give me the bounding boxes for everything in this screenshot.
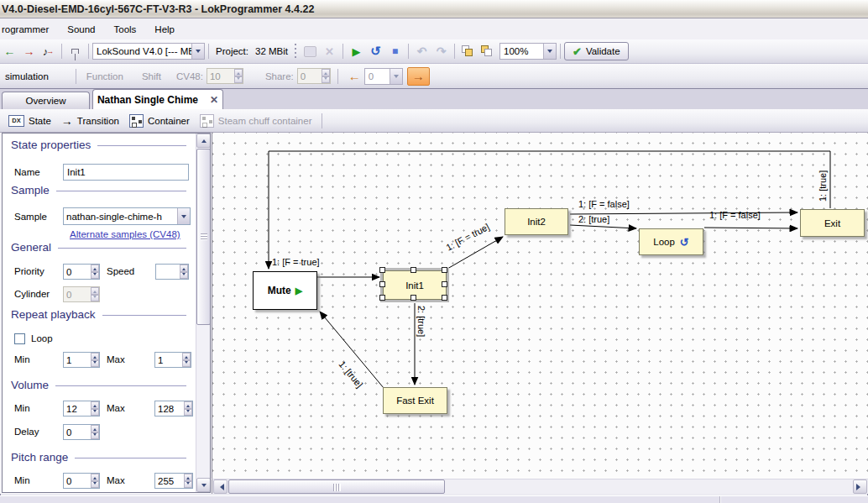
spin-down-button[interactable] <box>91 481 99 489</box>
validate-button[interactable]: ✔ Validate <box>564 42 629 60</box>
spin-up-button[interactable] <box>182 353 191 360</box>
volume-min-spinner[interactable] <box>63 401 100 417</box>
disabled-tool-button[interactable] <box>301 42 320 60</box>
menu-help[interactable]: Help <box>145 22 184 37</box>
alternate-samples-link[interactable]: Alternate samples (CV48) <box>70 229 180 239</box>
pitch-min-spinner[interactable] <box>63 473 100 489</box>
title-bar[interactable]: V4.0-Diesel-EMD-16cyl-567C-FT-V3-R3 - Lo… <box>0 0 868 18</box>
programmer-connection-button[interactable] <box>65 42 85 60</box>
spin-up-button[interactable] <box>91 425 99 432</box>
sample-select[interactable]: nathan-single-chime-h <box>63 207 191 225</box>
add-container-button[interactable]: Container <box>126 114 193 128</box>
spin-down-button[interactable] <box>182 360 191 368</box>
chevron-down-icon[interactable] <box>191 44 204 59</box>
state-node-init1[interactable]: Init1 <box>383 270 447 300</box>
send-backward-button[interactable] <box>478 42 497 60</box>
chevron-down-icon[interactable] <box>390 69 402 84</box>
scroll-left-button[interactable] <box>213 479 227 494</box>
step-combo[interactable]: 0 <box>364 68 403 85</box>
state-node-loop[interactable]: Loop↺ <box>639 228 703 255</box>
repeat-min-input[interactable] <box>64 353 91 367</box>
chevron-down-icon[interactable] <box>543 44 556 59</box>
share-input[interactable] <box>298 69 322 83</box>
repeat-min-spinner[interactable] <box>63 352 100 368</box>
selection-handle[interactable] <box>379 267 385 273</box>
cv48-input[interactable] <box>207 69 234 83</box>
step-back-button[interactable]: ← <box>345 67 364 86</box>
spin-up-button[interactable] <box>180 265 188 272</box>
spin-down-button[interactable] <box>322 76 330 84</box>
diagram-canvas[interactable]: 1: [F = true]1: [F = true]2: [true]1: [t… <box>212 133 868 479</box>
spin-down-button[interactable] <box>91 409 99 417</box>
pitch-max-input[interactable] <box>155 474 184 488</box>
spin-down-button[interactable] <box>91 272 99 280</box>
transition-edge-init2-loop[interactable] <box>570 225 636 228</box>
spin-down-button[interactable] <box>184 481 192 489</box>
delay-spinner[interactable] <box>63 424 100 440</box>
priority-input[interactable] <box>64 265 91 279</box>
menu-tools[interactable]: Tools <box>105 22 146 37</box>
spin-down-button[interactable] <box>91 360 99 368</box>
menu-sound[interactable]: Sound <box>58 22 104 37</box>
undo-button[interactable]: ↶ <box>412 42 431 60</box>
tab-nathan-single-chime[interactable]: Nathan Single Chime ✕ <box>92 89 223 109</box>
delay-input[interactable] <box>64 425 91 439</box>
write-sound-button[interactable]: ♪→ <box>39 42 58 60</box>
volume-max-spinner[interactable] <box>154 401 193 417</box>
canvas-h-scrollbar[interactable] <box>212 479 868 494</box>
add-steam-chuff-container-button[interactable]: Steam chuff container <box>196 114 316 128</box>
selection-handle[interactable] <box>442 281 447 287</box>
spin-down-button[interactable] <box>180 272 188 280</box>
state-node-exit[interactable]: Exit <box>800 209 865 237</box>
pitch-max-spinner[interactable] <box>154 473 193 489</box>
scroll-right-button[interactable] <box>853 479 867 494</box>
stop-simulation-button[interactable]: ■ <box>385 42 405 60</box>
delete-button[interactable]: ✕ <box>320 42 339 60</box>
selection-handle[interactable] <box>442 295 447 301</box>
spin-down-button[interactable] <box>184 409 192 417</box>
speed-input[interactable] <box>156 265 180 279</box>
chevron-down-icon[interactable] <box>177 208 190 224</box>
selection-handle[interactable] <box>379 295 385 301</box>
step-forward-button[interactable]: → <box>407 67 430 86</box>
scrollbar-thumb[interactable] <box>196 149 211 325</box>
state-node-mute[interactable]: Mute▶ <box>253 271 317 310</box>
spin-up-button[interactable] <box>91 401 99 409</box>
bring-forward-button[interactable] <box>458 42 478 60</box>
play-simulation-button[interactable]: ▶ <box>347 42 366 60</box>
scrollbar-thumb[interactable] <box>228 479 445 494</box>
spin-up-button[interactable] <box>234 69 243 76</box>
state-node-fast-exit[interactable]: Fast Exit <box>383 387 447 414</box>
share-spinner[interactable] <box>297 68 331 84</box>
transition-edge-loop-exit[interactable] <box>704 228 797 228</box>
spin-down-button[interactable] <box>91 432 99 440</box>
spin-up-button[interactable] <box>91 474 99 481</box>
loop-simulation-button[interactable]: ↺ <box>366 42 385 60</box>
repeat-max-input[interactable] <box>155 353 182 367</box>
decoder-type-combo[interactable]: LokSound V4.0 [--- MBit] <box>92 43 205 60</box>
close-tab-icon[interactable]: ✕ <box>210 94 218 106</box>
add-state-button[interactable]: DX State <box>5 115 55 127</box>
zoom-combo[interactable]: 100% <box>499 43 557 60</box>
selection-handle[interactable] <box>442 267 447 273</box>
spin-up-button[interactable] <box>91 353 99 360</box>
spin-up-button[interactable] <box>184 474 192 481</box>
repeat-max-spinner[interactable] <box>154 352 191 368</box>
selection-handle[interactable] <box>410 295 416 301</box>
read-from-decoder-button[interactable]: ← <box>0 42 19 60</box>
selection-handle[interactable] <box>410 267 416 273</box>
name-input[interactable] <box>63 164 189 181</box>
panel-scrollbar[interactable] <box>196 134 210 492</box>
volume-min-input[interactable] <box>64 401 91 416</box>
add-transition-button[interactable]: → Transition <box>58 114 123 128</box>
state-node-init2[interactable]: Init2 <box>505 208 568 235</box>
scroll-down-button[interactable] <box>196 478 211 492</box>
spin-up-button[interactable] <box>91 265 99 272</box>
spin-up-button[interactable] <box>322 69 330 76</box>
selection-handle[interactable] <box>379 281 385 287</box>
priority-spinner[interactable] <box>63 264 100 280</box>
pitch-min-input[interactable] <box>64 474 91 488</box>
write-to-decoder-button[interactable]: → <box>19 42 39 60</box>
cv48-spinner[interactable] <box>207 68 243 84</box>
loop-checkbox[interactable] <box>14 333 25 344</box>
